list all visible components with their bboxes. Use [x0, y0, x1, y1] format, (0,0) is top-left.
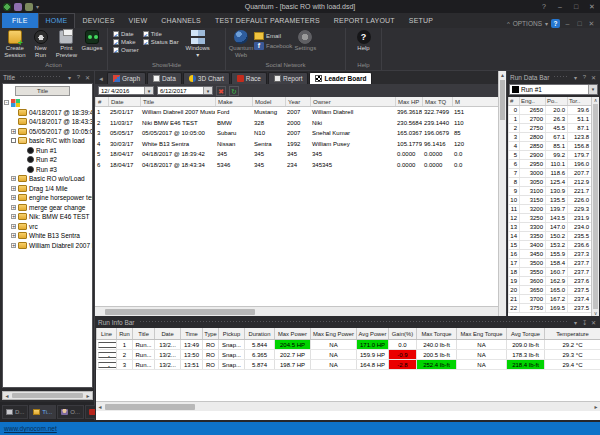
tree-item[interactable]: - — [3, 98, 92, 108]
run-data-row[interactable]: 19 3600 162.9 237.6 — [508, 277, 599, 286]
ribbon-action-button[interactable]: Create Session — [2, 29, 28, 59]
tree-expander-icon[interactable]: + — [11, 214, 16, 219]
tree-expander-icon[interactable]: + — [11, 243, 16, 248]
tree-expander-icon[interactable]: + — [11, 224, 16, 229]
column-header[interactable]: Model — [252, 97, 285, 106]
column-header[interactable]: Max Eng Power — [310, 328, 356, 339]
tree-item[interactable]: + merge gear change — [3, 203, 92, 213]
leaderboard-row[interactable]: 2 11/03/17 Niki BMW E46 TEST BMW 328 200… — [95, 118, 498, 129]
settings-button[interactable]: Settings — [292, 29, 318, 52]
run-data-row[interactable]: 12 3250 143.5 231.9 — [508, 214, 599, 223]
column-header[interactable]: Title — [140, 97, 215, 106]
tree-expander-icon[interactable]: - — [4, 100, 9, 105]
showhide-checkbox[interactable]: ✔ Status Bar — [143, 39, 179, 45]
ribbon-tab[interactable]: HOME — [38, 13, 76, 28]
tree-item[interactable]: 04/18/2017 @ 18:39:42 — [3, 108, 92, 118]
options-dropdown-icon[interactable]: ▾ — [545, 20, 548, 27]
ribbon-tab[interactable]: CHANNELS — [154, 13, 208, 28]
scroll-up-icon[interactable]: ▲ — [499, 71, 506, 79]
leaderboard-row[interactable]: 6 18/04/17 04/18/2017 @ 18:43:34 5346 34… — [95, 160, 498, 171]
window-minimize-button[interactable]: – — [552, 0, 568, 13]
tree-item[interactable]: + Basic RO w/o/Load — [3, 174, 92, 184]
column-header[interactable]: Pickup — [218, 328, 244, 339]
showhide-checkbox[interactable]: ✔ Owner — [113, 47, 139, 53]
column-header[interactable]: Owner — [310, 97, 395, 106]
scroll-left-icon[interactable]: ◄ — [3, 393, 11, 399]
column-header[interactable]: # — [95, 97, 108, 106]
run-visibility-checkbox[interactable] — [98, 342, 116, 348]
options-button[interactable]: OPTIONS — [513, 20, 542, 27]
document-tab[interactable]: Report — [268, 72, 309, 84]
tree-item[interactable]: 04/18/2017 @ 18:43:34 — [3, 117, 92, 127]
panel-pin-icon[interactable]: ↧ — [581, 319, 588, 326]
date-from-picker[interactable]: 12/ 4/2016 ▾ — [98, 86, 154, 95]
panel-tab[interactable]: O... — [57, 405, 84, 419]
column-header[interactable]: Make — [215, 97, 252, 106]
panel-help-icon[interactable]: ? — [581, 74, 588, 80]
scroll-up-icon[interactable]: ∧ — [592, 97, 600, 103]
tree-expander-icon[interactable]: + — [11, 129, 16, 134]
ribbon-collapse-icon[interactable]: ^ — [507, 21, 510, 27]
tree-expander-icon[interactable]: + — [11, 186, 16, 191]
column-header[interactable]: Po.. — [545, 97, 567, 105]
showhide-checkbox[interactable]: ✔ Make — [113, 39, 139, 45]
tree-horizontal-scrollbar[interactable]: ◄ ► — [2, 391, 93, 400]
column-header[interactable]: Max Eng Torque — [456, 328, 506, 339]
tree-item[interactable]: + Drag 1/4 Mile — [3, 184, 92, 194]
column-header[interactable]: Line — [96, 328, 116, 339]
window-close-button[interactable]: ✕ — [584, 0, 600, 13]
column-header[interactable]: Avg Torque — [506, 328, 544, 339]
scroll-right-icon[interactable]: ► — [592, 404, 600, 410]
mdi-restore-button[interactable]: □ — [575, 20, 584, 27]
run-data-row[interactable]: 15 3400 153.2 236.6 — [508, 241, 599, 250]
tree-item[interactable]: + William Diabrell 2007 M — [3, 241, 92, 251]
run-data-row[interactable]: 11 3200 139.7 229.3 — [508, 205, 599, 214]
run-data-row[interactable]: 9 3100 130.9 221.7 — [508, 187, 599, 196]
run-data-row[interactable]: 4 2850 85.1 156.8 — [508, 142, 599, 151]
quantum-web-button[interactable]: Quantum Web — [228, 29, 254, 59]
column-header[interactable]: Max TQ — [422, 97, 452, 106]
column-header[interactable]: Type — [202, 328, 218, 339]
window-help-button[interactable]: ? — [536, 0, 552, 13]
run-data-row[interactable]: 10 3150 135.5 226.0 — [508, 196, 599, 205]
tree-item[interactable]: Run #3 — [3, 165, 92, 175]
help-button[interactable]: Help — [351, 29, 377, 52]
email-button[interactable]: Email — [254, 32, 292, 40]
column-header[interactable]: Date — [154, 328, 180, 339]
tree-item[interactable]: + 05/05/2017 @ 10:05:00 — [3, 127, 92, 137]
scrollbar-thumb[interactable] — [12, 393, 83, 398]
dropdown-icon[interactable]: ▾ — [144, 87, 153, 94]
run-selector-dropdown[interactable]: Run #1 ▾ — [509, 84, 598, 95]
scrollbar-thumb[interactable] — [105, 404, 195, 410]
run-data-row[interactable]: 18 3550 160.7 237.7 — [508, 268, 599, 277]
column-header[interactable]: Tor.. — [567, 97, 591, 105]
column-header[interactable]: M — [452, 97, 498, 106]
facebook-button[interactable]: Facebook — [254, 42, 292, 50]
panel-grip[interactable] — [19, 75, 62, 79]
column-header[interactable]: Date — [108, 97, 140, 106]
tree-item[interactable]: + engine horsepower test — [3, 193, 92, 203]
run-data-row[interactable]: 22 3750 169.5 237.5 — [508, 304, 599, 313]
run-data-row[interactable]: 5 2900 99.2 179.7 — [508, 151, 599, 160]
column-header[interactable]: # — [508, 97, 519, 105]
column-header[interactable]: Avg Power — [356, 328, 388, 339]
column-header[interactable]: Year — [285, 97, 310, 106]
run-data-row[interactable]: 0 2650 20.0 39.6 — [508, 106, 599, 115]
run-data-row[interactable]: 6 2950 110.1 196.0 — [508, 160, 599, 169]
tree-checkbox[interactable] — [11, 138, 16, 143]
ribbon-tab[interactable]: SETUP — [402, 13, 440, 28]
tree-title-button[interactable]: Title — [15, 86, 70, 96]
ribbon-tab[interactable]: REPORT LAYOUT — [327, 13, 402, 28]
ribbon-action-button[interactable]: New Run — [28, 29, 54, 59]
scrollbar-thumb[interactable] — [500, 80, 505, 120]
column-header[interactable]: Time — [180, 328, 202, 339]
run-info-row[interactable]: ✔ 2 Run... 13/2... 13:50 RO Snap... 6.36… — [96, 350, 600, 360]
run-data-row[interactable]: 2 2750 45.5 87.1 — [508, 124, 599, 133]
tree-expander-icon[interactable]: + — [11, 176, 16, 181]
ribbon-action-button[interactable]: Print Preview — [54, 29, 80, 59]
run-info-row[interactable]: 1 Run... 13/2... 13:49 RO Snap... 5.844 … — [96, 340, 600, 350]
run-data-row[interactable]: 1 2700 26.3 51.1 — [508, 115, 599, 124]
column-header[interactable]: Eng.. — [519, 97, 545, 105]
run-data-row[interactable]: 7 3000 118.6 207.7 — [508, 169, 599, 178]
scroll-left-icon[interactable]: ◄ — [96, 404, 104, 410]
